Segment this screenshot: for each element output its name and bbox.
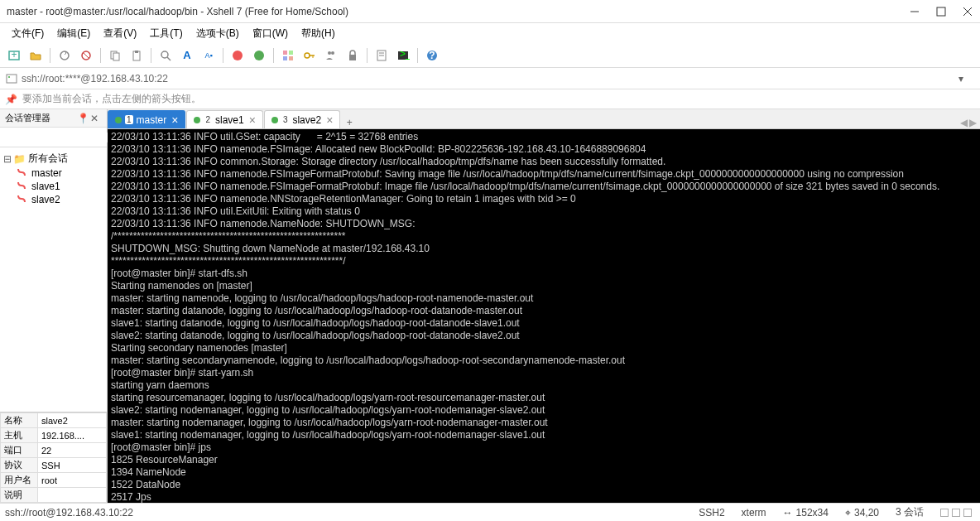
tree-session-slave2[interactable]: slave2	[15, 193, 105, 206]
prop-row: 端口22	[1, 443, 107, 458]
svg-point-15	[233, 51, 243, 60]
tree-root[interactable]: ⊟ 📁 所有会话	[2, 151, 105, 166]
paste-icon[interactable]	[127, 46, 146, 65]
svg-text:>_: >_	[400, 49, 410, 60]
status-ssh: SSH2	[695, 507, 728, 519]
pin-panel-icon[interactable]: 📍	[77, 113, 89, 124]
status-dot-icon	[115, 117, 122, 123]
toolbar: + A A▪ >_ ?	[0, 43, 980, 68]
status-dot-icon	[271, 117, 278, 123]
status-caps	[937, 509, 975, 517]
users-icon[interactable]	[322, 46, 340, 65]
status-pos: ⌖34,20	[842, 507, 882, 519]
tip-text: 要添加当前会话，点击左侧的箭头按钮。	[22, 92, 201, 106]
tab-close-icon[interactable]: ×	[171, 113, 178, 127]
session-tree: ⊟ 📁 所有会话 master slave1 slave2	[0, 147, 107, 412]
svg-rect-10	[113, 53, 119, 60]
svg-point-16	[254, 51, 264, 60]
num-indicator	[952, 509, 960, 517]
svg-point-6	[60, 51, 69, 60]
menu-view[interactable]: 查看(V)	[98, 25, 142, 42]
font-icon[interactable]: A	[178, 46, 196, 65]
new-session-icon[interactable]: +	[5, 46, 23, 65]
status-connection: ssh://root@192.168.43.10:22	[5, 507, 685, 519]
tab-close-icon[interactable]: ×	[326, 113, 333, 127]
svg-rect-19	[283, 56, 287, 60]
svg-text:?: ?	[429, 50, 435, 61]
address-dropdown-icon[interactable]: ▾	[958, 73, 975, 84]
open-session-icon[interactable]	[26, 46, 45, 65]
search-input[interactable]	[3, 133, 118, 142]
address-text[interactable]: ssh://root:****@192.168.43.10:22	[22, 73, 955, 84]
svg-point-25	[331, 51, 334, 55]
session-icon	[17, 167, 30, 179]
disconnect-icon[interactable]	[77, 46, 95, 65]
svg-text:+: +	[11, 49, 17, 60]
tab-close-icon[interactable]: ×	[249, 113, 256, 127]
prop-row: 主机192.168....	[1, 428, 107, 443]
svg-point-24	[328, 51, 331, 55]
pin-icon[interactable]: 📌	[5, 94, 17, 105]
copy-icon[interactable]	[106, 46, 124, 65]
tab-slave1[interactable]: 2 slave1 ×	[186, 110, 262, 128]
close-button[interactable]	[962, 6, 973, 17]
title-bar: master - root@master:/usr/local/hadoop/b…	[0, 0, 980, 23]
tab-slave2[interactable]: 3 slave2 ×	[264, 110, 340, 128]
tab-prev-icon[interactable]: ◀	[960, 117, 968, 128]
svg-rect-12	[135, 51, 138, 53]
key-icon[interactable]	[300, 46, 319, 65]
svg-point-21	[305, 53, 310, 58]
color2-icon[interactable]	[250, 46, 268, 65]
tree-session-master[interactable]: master	[15, 166, 105, 180]
tab-next-icon[interactable]: ▶	[969, 117, 977, 128]
help-icon[interactable]: ?	[423, 46, 441, 65]
session-icon	[17, 194, 30, 205]
script-icon[interactable]	[372, 46, 391, 65]
menu-bar: 文件(F) 编辑(E) 查看(V) 工具(T) 选项卡(B) 窗口(W) 帮助(…	[0, 23, 980, 43]
menu-help[interactable]: 帮助(H)	[296, 25, 340, 42]
window-title: master - root@master:/usr/local/hadoop/b…	[7, 6, 909, 17]
find-icon[interactable]	[156, 46, 175, 65]
session-icon	[17, 181, 30, 192]
resize-icon: ↔	[783, 507, 793, 519]
layout-icon[interactable]	[279, 46, 297, 65]
status-sessions: 3 会话	[892, 505, 927, 519]
status-size: ↔152x34	[780, 507, 832, 519]
prop-row: 说明	[1, 488, 107, 503]
reconnect-icon[interactable]	[55, 46, 74, 65]
font-small-icon[interactable]: A▪	[199, 46, 218, 65]
maximize-button[interactable]	[935, 6, 947, 17]
svg-rect-34	[7, 75, 17, 83]
prop-row: 协议SSH	[1, 458, 107, 473]
svg-point-13	[161, 51, 168, 58]
session-properties: 名称slave2 主机192.168.... 端口22 协议SSH 用户名roo…	[0, 412, 107, 503]
sidebar-title: 会话管理器	[5, 112, 75, 124]
menu-window[interactable]: 窗口(W)	[247, 25, 293, 42]
tab-master[interactable]: 1 master ×	[108, 110, 185, 128]
svg-rect-17	[283, 51, 287, 55]
terminal-output[interactable]: 22/03/10 13:11:36 INFO util.GSet: capaci…	[108, 129, 980, 503]
menu-edit[interactable]: 编辑(E)	[52, 25, 95, 42]
menu-tools[interactable]: 工具(T)	[145, 25, 187, 42]
status-dot-icon	[194, 117, 200, 123]
tab-add-button[interactable]: +	[341, 117, 358, 128]
minimize-button[interactable]	[909, 6, 920, 17]
tree-session-slave1[interactable]: slave1	[15, 180, 105, 193]
scroll-indicator	[963, 509, 972, 517]
collapse-icon[interactable]: ⊟	[3, 153, 13, 165]
terminal-icon[interactable]: >_	[394, 46, 412, 65]
lock-icon[interactable]	[343, 46, 362, 65]
menu-file[interactable]: 文件(F)	[7, 25, 49, 42]
cap-indicator	[940, 509, 949, 517]
status-term: xterm	[738, 507, 770, 519]
svg-rect-20	[289, 56, 293, 60]
svg-rect-26	[349, 55, 356, 60]
cursor-icon: ⌖	[845, 507, 851, 519]
session-manager-panel: 会话管理器 📍 ✕ 🔍 ⊟ 📁 所有会话 master slave1	[0, 109, 108, 503]
close-panel-icon[interactable]: ✕	[90, 113, 102, 124]
menu-tabs[interactable]: 选项卡(B)	[191, 25, 244, 42]
svg-point-35	[8, 76, 10, 78]
svg-line-14	[167, 57, 171, 60]
color1-icon[interactable]	[228, 46, 247, 65]
address-bar: ssh://root:****@192.168.43.10:22 ▾	[0, 68, 980, 89]
